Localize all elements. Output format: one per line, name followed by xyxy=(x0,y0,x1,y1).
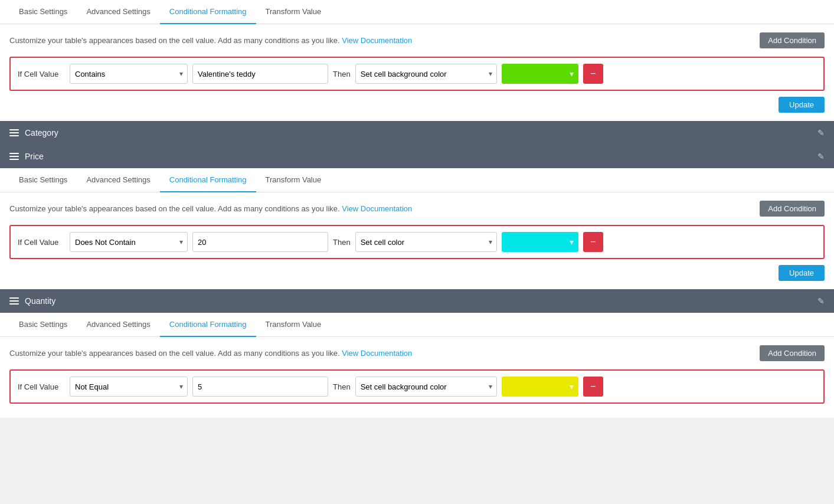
quantity-header-left: Quantity xyxy=(9,296,55,306)
tab-transform-value-3[interactable]: Transform Value xyxy=(256,313,331,337)
operator-select-wrapper-1: Contains Does Not Contain Equals Not Equ… xyxy=(70,64,188,84)
if-cell-label-2: If Cell Value xyxy=(18,238,65,247)
tab-conditional-formatting-1[interactable]: Conditional Formatting xyxy=(160,0,256,24)
tab-basic-settings-1[interactable]: Basic Settings xyxy=(9,0,77,24)
condition-row-3: If Cell Value Contains Does Not Contain … xyxy=(18,377,816,397)
quantity-edit-icon[interactable]: ✎ xyxy=(817,296,825,306)
quantity-section-block: Basic Settings Advanced Settings Conditi… xyxy=(0,313,834,418)
action-select-wrapper-1: Set cell background color Set cell color… xyxy=(355,64,497,84)
description-row-1: Customize your table's appearances based… xyxy=(9,32,825,48)
delete-condition-button-2[interactable]: − xyxy=(583,232,603,252)
category-title: Category xyxy=(25,128,58,138)
value-input-3[interactable] xyxy=(192,377,328,397)
update-row-1: Update xyxy=(9,97,825,113)
description-text-3: Customize your table's appearances based… xyxy=(9,349,412,358)
action-select-3[interactable]: Set cell background color Set cell color… xyxy=(355,377,497,397)
category-hamburger-icon[interactable] xyxy=(9,129,19,136)
value-input-2[interactable] xyxy=(192,232,328,252)
tab-conditional-formatting-3[interactable]: Conditional Formatting xyxy=(160,313,256,337)
color-picker-button-1[interactable] xyxy=(502,64,578,84)
condition-row-1: If Cell Value Contains Does Not Contain … xyxy=(18,64,816,84)
description-row-2: Customize your table's appearances based… xyxy=(9,201,825,217)
add-condition-button-2[interactable]: Add Condition xyxy=(760,201,825,217)
quantity-section-header: Quantity ✎ xyxy=(0,289,834,313)
then-label-2: Then xyxy=(333,238,351,247)
tab-basic-settings-2[interactable]: Basic Settings xyxy=(9,168,77,192)
tab-bar-3: Basic Settings Advanced Settings Conditi… xyxy=(0,313,834,337)
price-title: Price xyxy=(25,152,44,161)
section-1-block: Basic Settings Advanced Settings Conditi… xyxy=(0,0,834,121)
update-row-2: Update xyxy=(9,265,825,281)
operator-select-wrapper-2: Contains Does Not Contain Equals Not Equ… xyxy=(70,232,188,252)
action-select-wrapper-2: Set cell background color Set cell color… xyxy=(355,232,497,252)
operator-select-wrapper-3: Contains Does Not Contain Equals Not Equ… xyxy=(70,377,188,397)
quantity-title: Quantity xyxy=(25,296,55,306)
action-select-wrapper-3: Set cell background color Set cell color… xyxy=(355,377,497,397)
price-section-header: Price ✎ xyxy=(0,145,834,168)
tab-basic-settings-3[interactable]: Basic Settings xyxy=(9,313,77,337)
then-label-3: Then xyxy=(333,382,351,391)
action-select-2[interactable]: Set cell background color Set cell color… xyxy=(355,232,497,252)
condition-wrapper-2: If Cell Value Contains Does Not Contain … xyxy=(9,225,825,259)
description-row-3: Customize your table's appearances based… xyxy=(9,345,825,361)
add-condition-button-3[interactable]: Add Condition xyxy=(760,345,825,361)
if-cell-label-1: If Cell Value xyxy=(18,70,65,78)
then-label-1: Then xyxy=(333,70,351,78)
add-condition-button-1[interactable]: Add Condition xyxy=(760,32,825,48)
price-section-block: Basic Settings Advanced Settings Conditi… xyxy=(0,168,834,289)
tab-bar-2: Basic Settings Advanced Settings Conditi… xyxy=(0,168,834,192)
color-btn-wrapper-3 xyxy=(502,377,578,397)
if-cell-label-3: If Cell Value xyxy=(18,382,65,391)
color-picker-button-3[interactable] xyxy=(502,377,578,397)
price-header-left: Price xyxy=(9,152,44,161)
content-area-3: Customize your table's appearances based… xyxy=(0,337,834,418)
color-btn-wrapper-1 xyxy=(502,64,578,84)
description-text-2: Customize your table's appearances based… xyxy=(9,204,412,213)
category-header-left: Category xyxy=(9,128,58,138)
condition-wrapper-3: If Cell Value Contains Does Not Contain … xyxy=(9,369,825,404)
update-button-2[interactable]: Update xyxy=(779,265,825,281)
view-documentation-link-2[interactable]: View Documentation xyxy=(342,204,412,213)
view-documentation-link-3[interactable]: View Documentation xyxy=(342,349,412,358)
operator-select-1[interactable]: Contains Does Not Contain Equals Not Equ… xyxy=(70,64,188,84)
category-section-header: Category ✎ xyxy=(0,121,834,145)
delete-condition-button-1[interactable]: − xyxy=(583,64,603,84)
category-edit-icon[interactable]: ✎ xyxy=(817,128,825,138)
description-text-1: Customize your table's appearances based… xyxy=(9,36,412,45)
color-btn-wrapper-2 xyxy=(502,232,578,252)
tab-advanced-settings-2[interactable]: Advanced Settings xyxy=(77,168,159,192)
tab-transform-value-1[interactable]: Transform Value xyxy=(256,0,331,24)
content-area-2: Customize your table's appearances based… xyxy=(0,192,834,289)
tab-advanced-settings-1[interactable]: Advanced Settings xyxy=(77,0,159,24)
update-button-1[interactable]: Update xyxy=(779,97,825,113)
tab-advanced-settings-3[interactable]: Advanced Settings xyxy=(77,313,159,337)
tab-transform-value-2[interactable]: Transform Value xyxy=(256,168,331,192)
quantity-hamburger-icon[interactable] xyxy=(9,297,19,305)
view-documentation-link-1[interactable]: View Documentation xyxy=(342,36,412,45)
value-input-1[interactable] xyxy=(192,64,328,84)
condition-wrapper-1: If Cell Value Contains Does Not Contain … xyxy=(9,57,825,91)
tab-bar-1: Basic Settings Advanced Settings Conditi… xyxy=(0,0,834,24)
action-select-1[interactable]: Set cell background color Set cell color… xyxy=(355,64,497,84)
tab-conditional-formatting-2[interactable]: Conditional Formatting xyxy=(160,168,256,192)
color-picker-button-2[interactable] xyxy=(502,232,578,252)
delete-condition-button-3[interactable]: − xyxy=(583,377,603,397)
price-hamburger-icon[interactable] xyxy=(9,153,19,160)
operator-select-3[interactable]: Contains Does Not Contain Equals Not Equ… xyxy=(70,377,188,397)
condition-row-2: If Cell Value Contains Does Not Contain … xyxy=(18,232,816,252)
content-area-1: Customize your table's appearances based… xyxy=(0,24,834,121)
price-edit-icon[interactable]: ✎ xyxy=(817,152,825,161)
operator-select-2[interactable]: Contains Does Not Contain Equals Not Equ… xyxy=(70,232,188,252)
